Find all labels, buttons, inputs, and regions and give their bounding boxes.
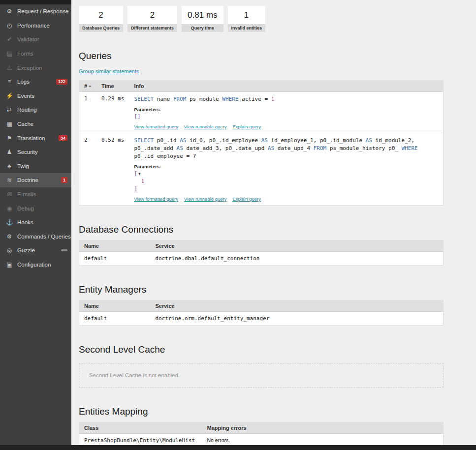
sidebar-item-label: Exception (17, 65, 42, 71)
second-level-cache-heading: Second Level Cache (79, 344, 444, 355)
sidebar-item-label: Guzzle (17, 247, 35, 253)
managers-body: defaultdoctrine.orm.default_entity_manag… (79, 312, 444, 326)
sidebar-top-strip (0, 0, 71, 4)
sidebar-item-label: Performance (17, 23, 50, 29)
explain-query-link[interactable]: Explain query (232, 124, 261, 129)
sidebar-item-label: Hooks (17, 219, 33, 225)
no-errors-text: No errors. (207, 437, 230, 443)
metric-value: 2 (127, 6, 177, 24)
sidebar-item-performance[interactable]: ◴Performance (0, 19, 71, 33)
view-formatted-query-link[interactable]: View formatted query (134, 196, 178, 202)
sidebar-item-logs[interactable]: ≡Logs122 (0, 75, 71, 89)
sidebar-item-events[interactable]: ⚡Events (0, 89, 71, 103)
sidebar-item-label: Forms (17, 51, 33, 57)
sidebar-item-debug: ◉Debug (0, 201, 71, 215)
connections-header-row: Name Service (79, 240, 444, 252)
sidebar-item-twig[interactable]: ♣Twig (0, 159, 71, 174)
sidebar-item-request-response[interactable]: ⚙Request / Response (0, 4, 71, 19)
check-icon: ✔ (6, 36, 13, 43)
second-level-cache-empty-box: Second Level Cache is not enabled. (79, 363, 444, 388)
metric-query-time: 0.81 msQuery time (182, 6, 223, 32)
database-connections-section: Database Connections Name Service defaul… (79, 224, 444, 266)
flag-icon: ⚑ (6, 135, 13, 142)
count-badge: 1 (61, 177, 67, 183)
sidebar-item-forms: ▤Forms (0, 47, 71, 61)
table-cell: default (79, 312, 151, 326)
query-number: 2 (79, 133, 97, 206)
sidebar-item-label: Configuration (17, 262, 51, 268)
sidebar-item-label: Cache (17, 121, 33, 127)
profiler-sidebar: ⚙Request / Response◴Performance✔Validato… (0, 0, 71, 450)
table-row: defaultdoctrine.dbal.default_connection (79, 252, 444, 266)
metric-value: 0.81 ms (182, 6, 223, 24)
sidebar-item-doctrine[interactable]: ≋Doctrine1 (0, 173, 71, 187)
view-formatted-query-link[interactable]: View formatted query (134, 124, 178, 129)
metric-label: Query time (182, 24, 223, 32)
sidebar-item-label: Translation (17, 135, 45, 141)
sidebar-item-routing[interactable]: ⇄Routing (0, 103, 71, 117)
expand-toggle-icon[interactable]: ▼ (138, 172, 141, 176)
route-arrows-icon: ⇄ (6, 106, 13, 113)
sidebar-item-label: Debug (17, 206, 34, 211)
explain-query-link[interactable]: Explain query (232, 196, 261, 202)
table-row: defaultdoctrine.orm.default_entity_manag… (79, 312, 444, 326)
entity-managers-heading: Entity Managers (79, 284, 444, 295)
config-boxes-icon: ▣ (6, 261, 13, 268)
sidebar-item-label: Validator (17, 36, 39, 42)
log-list-icon: ≡ (6, 78, 13, 85)
sidebar-item-commands-queries[interactable]: ⚙Commands / Queries (0, 230, 71, 244)
second-level-cache-message: Second Level Cache is not enabled. (89, 372, 180, 378)
sidebar-item-cache[interactable]: ▦Cache (0, 117, 71, 131)
query-parameters: [] (134, 113, 438, 120)
count-badge: 122 (56, 79, 67, 85)
queries-header-row: #▲ Time Info (79, 81, 444, 92)
metric-value: 1 (228, 6, 266, 24)
query-info-cell: SELECT p0_.id AS id_0, p0_.id_employee A… (129, 133, 443, 206)
sidebar-item-configuration[interactable]: ▣Configuration (0, 258, 71, 272)
table-cell: doctrine.orm.default_entity_manager (151, 312, 444, 326)
query-links: View formatted queryView runnable queryE… (134, 196, 438, 202)
query-sql: SELECT name FROM ps_module WHERE active … (134, 95, 438, 103)
group-similar-statements-link[interactable]: Group similar statements (79, 68, 139, 74)
metric-invalid-entities: 1Invalid entities (228, 6, 266, 32)
hook-icon: ⚓ (6, 219, 13, 226)
entity-managers-section: Entity Managers Name Service defaultdoct… (79, 284, 444, 326)
metric-label: Invalid entities (228, 24, 266, 32)
queries-body: 10.29 msSELECT name FROM ps_module WHERE… (79, 92, 444, 206)
database-connections-heading: Database Connections (79, 224, 444, 235)
parameter-line: [] (134, 113, 438, 120)
sort-asc-icon: ▲ (88, 84, 92, 88)
mapping-header-row: Class Mapping errors (79, 422, 444, 434)
sidebar-item-hooks[interactable]: ⚓Hooks (0, 215, 71, 230)
view-runnable-query-link[interactable]: View runnable query (184, 196, 226, 202)
entities-mapping-section: Entities Mapping Class Mapping errors Pr… (79, 406, 444, 450)
connections-body: defaultdoctrine.dbal.default_connection (79, 252, 444, 266)
layers-icon: ▦ (6, 120, 13, 127)
query-info-cell: SELECT name FROM ps_module WHERE active … (129, 92, 443, 133)
sidebar-item-label: Request / Response (17, 8, 68, 14)
second-level-cache-section: Second Level Cache Second Level Cache is… (79, 344, 444, 388)
queries-col-time[interactable]: Time (96, 81, 129, 92)
query-number: 1 (79, 92, 97, 133)
queries-heading: Queries (79, 51, 444, 61)
sidebar-item-security[interactable]: ♟Security (0, 145, 71, 159)
sidebar-item-label: Logs (17, 79, 30, 85)
metric-label: Database Queries (79, 24, 123, 32)
managers-header-row: Name Service (79, 300, 444, 312)
queries-section: Queries Group similar statements #▲ Time… (79, 51, 444, 206)
bottom-bar (0, 445, 476, 450)
dash-indicator (61, 249, 67, 251)
queries-col-num[interactable]: #▲ (79, 81, 97, 92)
query-time: 0.52 ms (96, 133, 129, 206)
envelope-icon: ✉ (6, 191, 13, 198)
col-name: Name (79, 300, 151, 312)
sidebar-item-translation[interactable]: ⚑Translation34 (0, 131, 71, 145)
col-service: Service (151, 240, 444, 252)
profiler-app: ⚙Request / Response◴Performance✔Validato… (0, 0, 476, 450)
database-icon: ≋ (6, 177, 13, 183)
metric-label: Different statements (127, 24, 177, 32)
view-runnable-query-link[interactable]: View runnable query (184, 124, 226, 129)
parameter-line: ] (134, 185, 438, 192)
sidebar-item-guzzle[interactable]: ◎Guzzle (0, 243, 71, 258)
connections-table: Name Service defaultdoctrine.dbal.defaul… (79, 240, 444, 266)
